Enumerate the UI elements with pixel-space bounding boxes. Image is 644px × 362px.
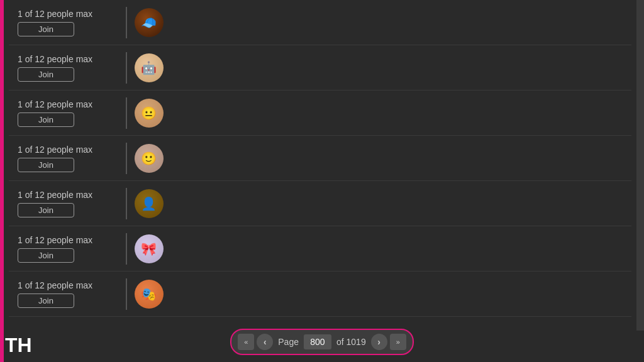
table-row: 1 of 12 people max Join 👤 <box>9 181 631 226</box>
join-button[interactable]: Join <box>18 203 74 217</box>
avatar: 🤖 <box>135 53 164 82</box>
watermark: TH <box>5 334 32 357</box>
divider <box>126 188 127 219</box>
divider <box>126 52 127 84</box>
avatar: 🎭 <box>135 280 164 309</box>
server-info: 1 of 12 people max Join <box>18 235 118 263</box>
pagination-bar: « ‹ Page of 1019 › » <box>0 327 644 362</box>
join-button[interactable]: Join <box>18 158 74 172</box>
server-info: 1 of 12 people max Join <box>18 9 118 36</box>
page-label: Page <box>278 337 299 347</box>
server-info: 1 of 12 people max Join <box>18 99 118 127</box>
server-info: 1 of 12 people max Join <box>18 190 118 217</box>
scrollbar-thumb[interactable] <box>637 13 643 50</box>
divider <box>126 7 127 38</box>
people-count: 1 of 12 people max <box>18 235 118 245</box>
avatar: 🎀 <box>135 234 164 263</box>
avatar: 🙂 <box>135 144 164 173</box>
table-row: 1 of 12 people max Join 🙂 <box>9 136 631 181</box>
table-row: 1 of 12 people max Join 🧢 <box>9 0 631 45</box>
server-list: 1 of 12 people max Join 🧢 1 of 12 people… <box>0 0 644 327</box>
table-row: 1 of 12 people max Join 🎀 <box>9 226 631 272</box>
people-count: 1 of 12 people max <box>18 54 118 64</box>
next-page-button[interactable]: › <box>371 334 387 350</box>
main-container: 1 of 12 people max Join 🧢 1 of 12 people… <box>0 0 644 362</box>
divider <box>126 233 127 265</box>
join-button[interactable]: Join <box>18 67 74 82</box>
people-count: 1 of 12 people max <box>18 145 118 155</box>
divider <box>126 97 127 129</box>
people-count: 1 of 12 people max <box>18 9 118 19</box>
skip-forward-button[interactable]: » <box>390 334 406 350</box>
pagination-wrapper: « ‹ Page of 1019 › » <box>230 329 413 355</box>
avatar: 😐 <box>135 99 164 128</box>
people-count: 1 of 12 people max <box>18 280 118 290</box>
join-button[interactable]: Join <box>18 293 74 308</box>
server-info: 1 of 12 people max Join <box>18 54 118 82</box>
page-input[interactable] <box>304 334 331 349</box>
avatar: 🧢 <box>135 8 164 37</box>
table-row: 1 of 12 people max Join 🎭 <box>9 272 631 317</box>
people-count: 1 of 12 people max <box>18 99 118 109</box>
table-row: 1 of 12 people max Join 😐 <box>9 90 631 136</box>
skip-back-button[interactable]: « <box>238 334 254 350</box>
divider <box>126 278 127 310</box>
divider <box>126 143 127 174</box>
join-button[interactable]: Join <box>18 112 74 127</box>
join-button[interactable]: Join <box>18 248 74 263</box>
join-button[interactable]: Join <box>18 22 74 36</box>
page-of-total: of 1019 <box>336 337 366 347</box>
table-row: 1 of 12 people max Join 🤖 <box>9 45 631 90</box>
server-info: 1 of 12 people max Join <box>18 280 118 308</box>
avatar: 👤 <box>135 189 164 218</box>
prev-page-button[interactable]: ‹ <box>257 334 273 350</box>
server-info: 1 of 12 people max Join <box>18 145 118 172</box>
people-count: 1 of 12 people max <box>18 190 118 200</box>
